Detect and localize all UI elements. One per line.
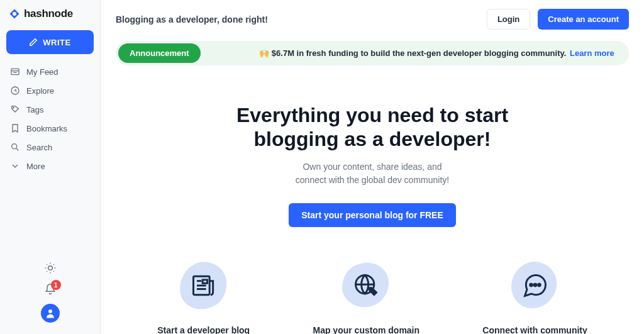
- notifications-button[interactable]: 1: [43, 282, 57, 296]
- svg-line-16: [53, 271, 54, 272]
- user-icon: [45, 308, 56, 319]
- nav-label: Tags: [26, 105, 43, 114]
- chat-icon: [521, 272, 549, 299]
- svg-rect-0: [11, 69, 19, 74]
- brand-logo[interactable]: hashnode: [6, 8, 94, 20]
- nav-label: Bookmarks: [26, 124, 67, 133]
- announcement-text: 🙌$6.7M in fresh funding to build the nex…: [257, 48, 616, 58]
- svg-point-24: [530, 284, 532, 286]
- svg-point-6: [12, 144, 17, 149]
- announcement-pill: Announcement: [118, 43, 201, 63]
- sidebar-item-my-feed[interactable]: My Feed: [6, 63, 94, 81]
- features-row: Start a developer blog Map your custom d…: [101, 257, 644, 334]
- write-button[interactable]: WRITE: [6, 30, 94, 54]
- theme-toggle[interactable]: [43, 261, 57, 275]
- svg-point-25: [534, 284, 536, 286]
- sidebar-item-explore[interactable]: Explore: [6, 82, 94, 99]
- nav-label: More: [26, 162, 45, 171]
- bookmark-icon: [10, 123, 20, 133]
- hashnode-logo-icon: [9, 8, 20, 19]
- feed-icon: [10, 67, 20, 77]
- svg-line-13: [47, 264, 47, 265]
- search-icon: [10, 142, 20, 152]
- sun-icon: [44, 262, 57, 274]
- svg-point-17: [48, 309, 52, 313]
- nav-label: My Feed: [26, 67, 58, 77]
- chevron-down-icon: [10, 161, 20, 171]
- sidebar-item-bookmarks[interactable]: Bookmarks: [6, 120, 94, 137]
- feature-title: Start a developer blog: [157, 325, 250, 334]
- svg-rect-22: [203, 280, 207, 284]
- feature-start-blog: Start a developer blog: [157, 257, 250, 334]
- svg-line-14: [53, 264, 54, 265]
- avatar[interactable]: [41, 304, 60, 323]
- newspaper-icon: [190, 272, 218, 299]
- sidebar-item-more[interactable]: More: [6, 157, 94, 175]
- feature-title: Connect with community: [482, 325, 587, 334]
- svg-marker-4: [13, 89, 16, 92]
- svg-point-8: [48, 266, 52, 270]
- hero-title: Everything you need to start blogging as…: [116, 103, 629, 152]
- sidebar: hashnode WRITE My Feed Explore Tags: [0, 0, 101, 334]
- start-blog-button[interactable]: Start your personal blog for FREE: [289, 203, 456, 227]
- feature-custom-domain: Map your custom domain: [313, 257, 419, 334]
- svg-line-7: [16, 148, 18, 150]
- feature-title: Map your custom domain: [313, 325, 419, 334]
- hero-subtitle: Own your content, share ideas, and conne…: [116, 160, 629, 187]
- globe-edit-icon: [352, 272, 380, 299]
- tag-icon: [10, 104, 20, 114]
- svg-point-26: [538, 284, 540, 286]
- sidebar-item-tags[interactable]: Tags: [6, 101, 94, 118]
- nav-label: Explore: [26, 86, 54, 96]
- main-content: Blogging as a developer, done right! Log…: [101, 0, 644, 334]
- hero: Everything you need to start blogging as…: [101, 103, 644, 227]
- login-button[interactable]: Login: [487, 9, 530, 30]
- feature-community: Connect with community: [482, 257, 587, 334]
- tagline: Blogging as a developer, done right!: [116, 14, 268, 25]
- sidebar-bottom: 1: [6, 261, 94, 326]
- sidebar-item-search[interactable]: Search: [6, 138, 94, 156]
- topbar: Blogging as a developer, done right! Log…: [101, 0, 644, 36]
- announcement-bar: Announcement 🙌$6.7M in fresh funding to …: [116, 41, 629, 65]
- svg-point-5: [13, 108, 14, 108]
- notification-badge: 1: [51, 280, 61, 290]
- learn-more-link[interactable]: Learn more: [570, 48, 614, 58]
- nav-list: My Feed Explore Tags Bookmarks Search Mo…: [6, 63, 94, 175]
- svg-line-15: [47, 271, 47, 272]
- compass-icon: [10, 86, 20, 96]
- nav-label: Search: [26, 143, 52, 152]
- emoji-icon: 🙌: [259, 48, 269, 58]
- create-account-button[interactable]: Create an account: [538, 9, 629, 30]
- brand-name: hashnode: [24, 8, 73, 20]
- pencil-icon: [29, 38, 38, 47]
